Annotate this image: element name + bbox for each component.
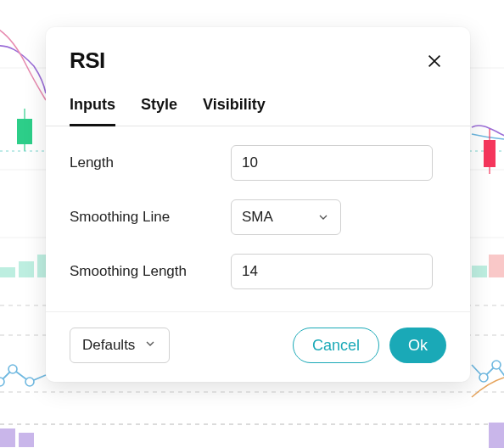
tab-inputs[interactable]: Inputs <box>70 82 115 126</box>
svg-rect-9 <box>19 261 34 277</box>
defaults-dropdown[interactable]: Defaults <box>70 328 170 363</box>
svg-point-17 <box>0 378 4 386</box>
smoothing-length-input[interactable] <box>231 254 433 289</box>
length-input[interactable] <box>231 145 433 181</box>
svg-rect-23 <box>19 433 34 447</box>
svg-rect-22 <box>0 428 15 447</box>
tab-style[interactable]: Style <box>141 82 177 126</box>
tab-visibility[interactable]: Visibility <box>203 82 266 126</box>
close-icon[interactable] <box>423 49 446 73</box>
chevron-down-icon <box>143 337 157 355</box>
svg-rect-8 <box>0 267 15 277</box>
smoothing-line-label: Smoothing Line <box>70 209 214 226</box>
svg-point-18 <box>8 365 17 373</box>
svg-rect-11 <box>472 266 487 277</box>
ok-button[interactable]: Ok <box>389 328 446 363</box>
svg-rect-12 <box>489 255 504 277</box>
smoothing-line-value: SMA <box>242 209 273 226</box>
svg-rect-10 <box>37 255 46 277</box>
length-label: Length <box>70 154 214 171</box>
defaults-label: Defaults <box>82 337 135 354</box>
svg-point-19 <box>25 378 34 386</box>
dialog-title: RSI <box>70 48 105 74</box>
tab-bar: Inputs Style Visibility <box>46 82 470 126</box>
svg-rect-24 <box>489 423 504 448</box>
svg-rect-7 <box>484 140 496 167</box>
smoothing-line-select[interactable]: SMA <box>231 199 341 235</box>
chevron-down-icon <box>316 210 330 224</box>
svg-point-20 <box>479 373 488 382</box>
cancel-button[interactable]: Cancel <box>293 328 379 363</box>
indicator-settings-dialog: RSI Inputs Style Visibility Length Smoot… <box>46 27 470 382</box>
svg-point-21 <box>492 361 501 369</box>
smoothing-length-label: Smoothing Length <box>70 263 214 280</box>
